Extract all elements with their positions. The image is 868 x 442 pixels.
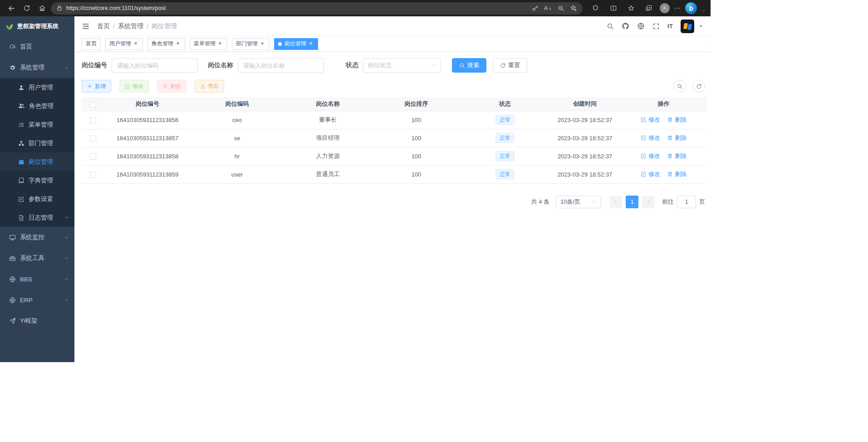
add-button[interactable]: 新增 bbox=[82, 80, 111, 93]
refresh-table-button[interactable] bbox=[692, 80, 705, 93]
tab-home[interactable]: 首页 bbox=[82, 38, 101, 50]
delete-button-disabled[interactable]: 删除 bbox=[157, 80, 186, 93]
sidebar-item-home[interactable]: 首页 bbox=[0, 36, 74, 57]
browser-home-button[interactable] bbox=[35, 2, 49, 15]
saved-password-key-icon[interactable] bbox=[532, 5, 539, 12]
row-checkbox[interactable] bbox=[90, 153, 96, 160]
extensions-button[interactable] bbox=[589, 2, 603, 15]
collections-button[interactable] bbox=[642, 2, 656, 15]
close-icon[interactable]: × bbox=[308, 41, 314, 47]
sidebar-item-post-mgmt[interactable]: 岗位管理 bbox=[0, 152, 74, 171]
browser-menu-ellipsis[interactable]: ⋯ bbox=[674, 4, 681, 12]
tab-user-mgmt[interactable]: 用户管理 × bbox=[105, 38, 143, 50]
sidebar-item-param-settings[interactable]: 参数设置 bbox=[0, 190, 74, 208]
next-page-button[interactable] bbox=[642, 196, 655, 208]
favorites-button[interactable] bbox=[624, 2, 638, 15]
sidebar-item-yi-framework[interactable]: Yi框架 bbox=[0, 310, 74, 331]
edit-button-disabled[interactable]: 修改 bbox=[119, 80, 149, 93]
browser-profile-avatar[interactable] bbox=[660, 3, 670, 13]
status-badge: 正常 bbox=[495, 151, 515, 161]
row-delete-link[interactable]: 删除 bbox=[667, 116, 687, 124]
page-refresh-button[interactable] bbox=[20, 2, 34, 15]
status-select[interactable]: 岗位状态 bbox=[363, 58, 441, 73]
export-button[interactable]: 导出 bbox=[195, 80, 224, 93]
close-icon[interactable]: × bbox=[175, 41, 181, 47]
sidebar-item-system-tools[interactable]: 系统工具 bbox=[0, 248, 74, 269]
sidebar-item-bbs[interactable]: BBS bbox=[0, 269, 74, 290]
close-icon[interactable]: × bbox=[217, 41, 223, 47]
address-bar[interactable]: https://ccnetcore.com:1101/system/post A bbox=[51, 2, 583, 15]
sidebar-item-role-mgmt[interactable]: 角色管理 bbox=[0, 97, 74, 115]
sidebar-item-erp[interactable]: ERP bbox=[0, 290, 74, 310]
bing-copilot-icon[interactable]: b bbox=[685, 2, 697, 14]
pencil-icon bbox=[641, 171, 647, 177]
tab-dept-mgmt[interactable]: 部门管理 × bbox=[232, 38, 270, 50]
sidebar-group-system-mgmt[interactable]: 系统管理 bbox=[0, 57, 74, 78]
user-avatar[interactable] bbox=[681, 20, 694, 33]
close-icon[interactable]: × bbox=[132, 41, 139, 47]
breadcrumb-system-mgmt[interactable]: 系统管理 bbox=[118, 22, 143, 30]
toggle-search-button[interactable] bbox=[673, 80, 686, 93]
chevron-down-icon bbox=[64, 298, 69, 303]
page-1-button[interactable]: 1 bbox=[626, 196, 638, 208]
cell-post-name: 人力资源 bbox=[284, 147, 372, 165]
sidebar-item-system-monitor[interactable]: 系统监控 bbox=[0, 227, 74, 248]
help-question-icon[interactable] bbox=[637, 22, 645, 30]
row-edit-link[interactable]: 修改 bbox=[641, 116, 660, 124]
row-edit-link[interactable]: 修改 bbox=[641, 170, 660, 178]
cell-post-sort: 100 bbox=[372, 129, 461, 147]
tab-role-mgmt[interactable]: 角色管理 × bbox=[147, 38, 185, 50]
search-icon bbox=[677, 83, 683, 89]
tab-post-mgmt[interactable]: 岗位管理 × bbox=[274, 38, 318, 50]
sidebar-caret-icon[interactable] bbox=[701, 8, 706, 13]
reset-button[interactable]: 重置 bbox=[493, 58, 527, 73]
search-button[interactable]: 搜索 bbox=[452, 58, 486, 73]
document-icon bbox=[18, 215, 25, 221]
page-size-select[interactable]: 10条/页 bbox=[556, 196, 601, 208]
users-icon bbox=[18, 103, 25, 109]
avatar-caret-down-icon[interactable] bbox=[698, 24, 703, 29]
row-delete-link[interactable]: 删除 bbox=[667, 170, 687, 178]
breadcrumb-home[interactable]: 首页 bbox=[97, 22, 110, 30]
row-checkbox[interactable] bbox=[90, 172, 96, 178]
sidebar-item-log-mgmt[interactable]: 日志管理 bbox=[0, 208, 74, 227]
read-aloud-icon[interactable]: A bbox=[544, 5, 552, 11]
row-delete-link[interactable]: 删除 bbox=[667, 134, 687, 142]
fullscreen-icon[interactable] bbox=[652, 23, 660, 30]
row-checkbox[interactable] bbox=[90, 135, 96, 142]
header-search-icon[interactable] bbox=[607, 23, 614, 30]
split-screen-button[interactable] bbox=[607, 2, 620, 15]
sidebar-item-user-mgmt[interactable]: 用户管理 bbox=[0, 78, 74, 97]
sidebar-item-label: 首页 bbox=[20, 43, 32, 51]
row-edit-link[interactable]: 修改 bbox=[641, 134, 660, 142]
home-icon bbox=[39, 5, 46, 12]
post-id-input[interactable] bbox=[112, 58, 198, 73]
add-favorite-icon[interactable] bbox=[570, 5, 577, 12]
url-text: https://ccnetcore.com:1101/system/post bbox=[66, 5, 528, 11]
close-icon[interactable]: × bbox=[259, 41, 265, 47]
sidebar-item-dept-mgmt[interactable]: 部门管理 bbox=[0, 134, 74, 152]
select-all-checkbox[interactable] bbox=[90, 101, 96, 108]
back-button[interactable] bbox=[5, 2, 18, 15]
sidebar-item-menu-mgmt[interactable]: 菜单管理 bbox=[0, 115, 74, 134]
zoom-out-icon[interactable] bbox=[558, 5, 564, 12]
tab-menu-mgmt[interactable]: 菜单管理 × bbox=[190, 38, 227, 50]
row-checkbox[interactable] bbox=[90, 117, 96, 123]
row-edit-link[interactable]: 修改 bbox=[641, 152, 660, 160]
font-size-icon[interactable]: tT bbox=[667, 23, 673, 29]
user-icon bbox=[18, 84, 25, 91]
sidebar-item-dict-mgmt[interactable]: 字典管理 bbox=[0, 171, 74, 190]
chevron-down-icon bbox=[64, 256, 69, 261]
goto-page-input[interactable] bbox=[677, 196, 696, 208]
cell-post-sort: 100 bbox=[372, 147, 461, 165]
trash-icon bbox=[667, 153, 673, 159]
status-badge: 正常 bbox=[495, 115, 515, 125]
row-delete-link[interactable]: 删除 bbox=[667, 152, 687, 160]
collapse-sidebar-button[interactable] bbox=[82, 22, 90, 30]
prev-page-button[interactable] bbox=[609, 196, 622, 208]
post-name-input[interactable] bbox=[238, 58, 324, 73]
github-icon[interactable] bbox=[622, 22, 629, 30]
app-logo[interactable]: 意框架管理系统 bbox=[0, 16, 74, 36]
export-button-label: 导出 bbox=[208, 83, 219, 90]
toolbox-icon bbox=[9, 255, 16, 262]
